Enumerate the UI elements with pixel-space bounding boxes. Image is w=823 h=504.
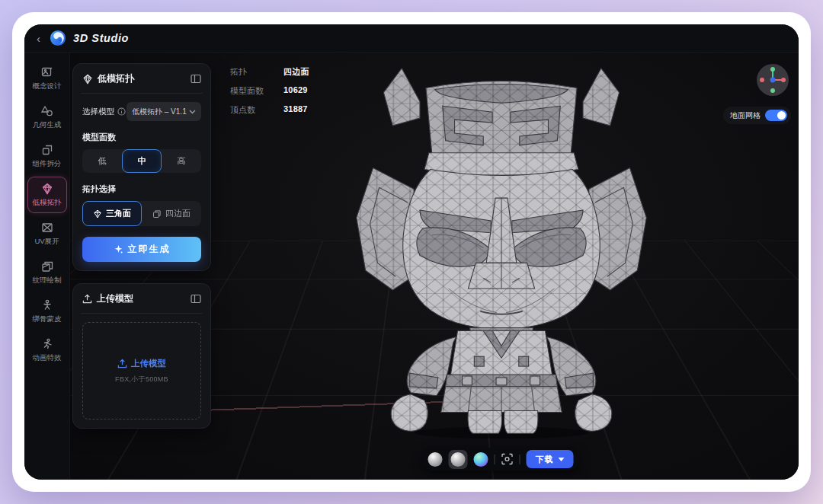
sidebar-item-label: 低模拓扑 — [33, 198, 62, 208]
topology-option-quads[interactable]: 四边面 — [142, 201, 201, 226]
model-info-readout: 拓扑 四边面 模型面数 10629 顶点数 31887 — [230, 66, 309, 116]
face-count-segmented: 低 中 高 — [82, 149, 201, 173]
desktop-background: ‹ 3D Studio 概念设计 — [0, 0, 823, 504]
info-icon — [117, 107, 126, 116]
orientation-gizmo[interactable] — [756, 63, 789, 97]
app-title: 3D Studio — [73, 32, 129, 44]
low-poly-gem-icon — [82, 74, 93, 85]
model-version-value: 低模拓扑 – V1.1 — [132, 107, 187, 117]
material-swatch-clay-light[interactable] — [428, 452, 443, 467]
generate-button-label: 立即生成 — [128, 243, 171, 256]
sidebar-item-uv-unwrap[interactable]: UV展开 — [27, 215, 67, 252]
face-count-option-high[interactable]: 高 — [162, 149, 201, 173]
upload-icon — [117, 359, 127, 368]
skeleton-person-icon — [41, 299, 53, 311]
ground-grid-toggle-group: 地面网格 — [723, 107, 791, 124]
uv-unwrap-icon — [41, 222, 53, 234]
model-select-label: 选择模型 — [82, 107, 126, 117]
panel-title: 上传模型 — [97, 292, 186, 305]
sparkle-icon — [114, 244, 123, 254]
model-select-label-text: 选择模型 — [82, 107, 114, 117]
topology-choice-group: 三角面 四边面 — [82, 201, 201, 226]
sidebar-item-label: UV展开 — [34, 237, 59, 247]
face-count-label: 模型面数 — [82, 132, 201, 143]
topology-option-label: 四边面 — [165, 208, 191, 219]
face-count-option-medium[interactable]: 中 — [122, 149, 162, 173]
triangle-gem-icon — [93, 209, 102, 219]
material-swatch-iridescent[interactable] — [474, 452, 488, 467]
sidebar-item-geometry-generation[interactable]: 几何生成 — [27, 99, 67, 136]
info-label: 顶点数 — [230, 104, 283, 116]
viewport-toolbar: 下载 — [422, 448, 580, 471]
model-wireframe-3d[interactable] — [335, 62, 668, 440]
download-button-label: 下载 — [536, 454, 554, 465]
sidebar-item-rigging-skinning[interactable]: 绑骨蒙皮 — [27, 293, 67, 330]
info-value: 四边面 — [283, 66, 309, 78]
panel-collapse-icon[interactable] — [191, 294, 201, 304]
shapes-icon — [41, 105, 53, 117]
toolbar-divider — [495, 455, 495, 464]
back-button[interactable]: ‹ — [34, 31, 43, 46]
ground-grid-toggle[interactable] — [765, 110, 787, 121]
upload-panel: 上传模型 上传模型 — [72, 283, 211, 429]
low-poly-gem-icon — [41, 183, 53, 195]
frame-focus-button[interactable] — [501, 453, 514, 465]
info-value: 10629 — [283, 85, 309, 97]
generate-button[interactable]: 立即生成 — [82, 237, 201, 262]
info-label: 拓扑 — [230, 66, 283, 78]
app-window: ‹ 3D Studio 概念设计 — [24, 24, 799, 480]
toggle-knob — [777, 111, 786, 120]
topology-panel: 低模拓扑 选择模型 — [72, 63, 211, 271]
sidebar-item-label: 动画特效 — [33, 353, 62, 363]
topology-option-label: 三角面 — [106, 208, 131, 219]
ground-grid-label: 地面网格 — [730, 110, 761, 121]
app-logo-icon — [50, 30, 66, 46]
caret-down-icon — [559, 458, 565, 461]
material-swatch-clay-gray-selected[interactable] — [449, 450, 468, 469]
sidebar-item-concept-design[interactable]: 概念设计 — [27, 60, 67, 97]
model-version-select[interactable]: 低模拓扑 – V1.1 — [126, 102, 201, 121]
upload-hint: FBX,小于500MB — [115, 375, 168, 384]
sidebar-item-label: 组件拆分 — [33, 159, 62, 169]
upload-dropzone[interactable]: 上传模型 FBX,小于500MB — [82, 322, 201, 419]
info-label: 模型面数 — [230, 85, 283, 97]
material-swatch-clay-gray — [451, 452, 466, 467]
upload-cta-label: 上传模型 — [131, 358, 166, 369]
sidebar-item-label: 概念设计 — [33, 81, 62, 91]
split-square-icon — [41, 144, 53, 156]
chevron-down-icon — [189, 110, 196, 114]
running-person-icon — [41, 338, 53, 350]
sidebar-item-label: 纹理绘制 — [33, 276, 62, 285]
toolbar-divider — [520, 455, 520, 464]
top-bar: ‹ 3D Studio — [24, 24, 799, 53]
quad-squares-icon — [152, 209, 162, 219]
image-sparkle-icon — [41, 66, 53, 78]
viewport-3d[interactable]: 拓扑 四边面 模型面数 10629 顶点数 31887 地面网格 — [70, 53, 799, 480]
left-panel-column: 低模拓扑 选择模型 — [72, 63, 211, 429]
upload-cta[interactable]: 上传模型 — [117, 358, 166, 369]
texture-brush-icon — [41, 260, 53, 273]
sidebar-item-animation-effects[interactable]: 动画特效 — [27, 332, 67, 368]
sidebar-item-label: 绑骨蒙皮 — [33, 314, 62, 324]
topology-choice-label: 拓扑选择 — [82, 183, 201, 195]
sidebar-item-component-split[interactable]: 组件拆分 — [27, 138, 67, 174]
info-value: 31887 — [283, 104, 309, 116]
side-navigation: 概念设计 几何生成 组件拆分 — [24, 53, 70, 480]
sidebar-item-label: 几何生成 — [33, 120, 62, 130]
face-count-option-low[interactable]: 低 — [82, 149, 122, 173]
upload-icon — [82, 294, 92, 304]
download-button[interactable]: 下载 — [527, 450, 574, 468]
topology-option-triangles[interactable]: 三角面 — [82, 201, 142, 226]
sidebar-item-texture-painting[interactable]: 纹理绘制 — [27, 254, 67, 291]
panel-title: 低模拓扑 — [98, 72, 186, 85]
panel-collapse-icon[interactable] — [191, 74, 201, 84]
sidebar-item-low-poly-topology[interactable]: 低模拓扑 — [27, 177, 67, 213]
